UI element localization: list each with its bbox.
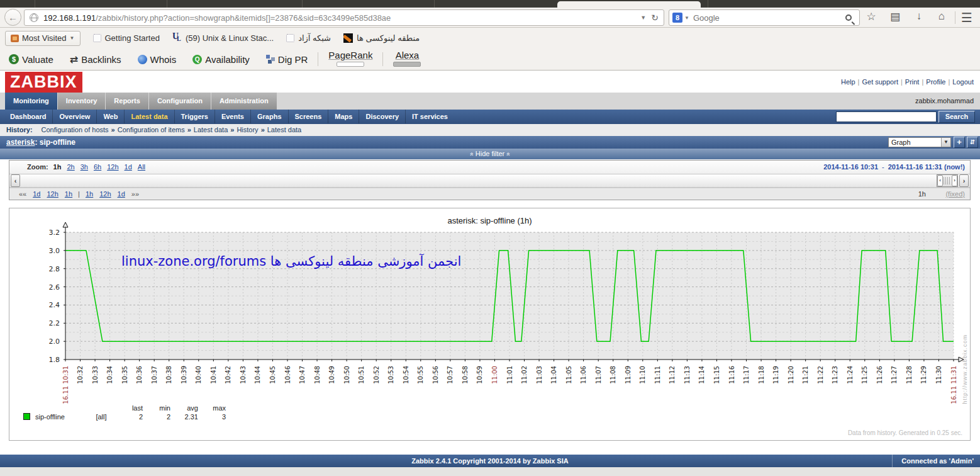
browser-search-bar[interactable]: 8 ▼	[669, 9, 860, 26]
scroll-left-button[interactable]: ‹	[11, 174, 20, 187]
browser-tab-strip[interactable]	[0, 0, 980, 8]
zoom-option-1d[interactable]: 1d	[125, 163, 132, 171]
period-now-link[interactable]: (now!)	[944, 163, 965, 171]
url-dropdown-icon[interactable]: ▼	[640, 14, 646, 21]
seo-alexa[interactable]: Alexa	[393, 50, 421, 67]
subnav-latest-data[interactable]: Latest data	[125, 110, 174, 123]
nav-back-1d[interactable]: 1d	[33, 190, 40, 198]
x-tick-label: 11:24	[847, 366, 854, 384]
browser-window: ← 192.168.1.191/zabbix/history.php?actio…	[0, 0, 980, 476]
subnav-it-services[interactable]: IT services	[406, 110, 454, 123]
nav-fwd-12h[interactable]: 12h	[99, 190, 111, 198]
header-link-help[interactable]: Help	[841, 78, 855, 86]
breadcrumb-link[interactable]: History	[237, 126, 258, 133]
subnav-triggers[interactable]: Triggers	[175, 110, 215, 123]
nav-fwd-1h[interactable]: 1h	[86, 190, 93, 198]
header-link-print[interactable]: Print	[905, 78, 920, 86]
nav-fwd-1d[interactable]: 1d	[118, 190, 125, 198]
x-tick-label: 10:46	[284, 366, 291, 384]
subnav-maps[interactable]: Maps	[328, 110, 359, 123]
x-tick-label: 16.11 11:31	[950, 366, 957, 404]
zoom-option-6h[interactable]: 6h	[94, 163, 101, 171]
handle-right-arrow-icon[interactable]: ›	[952, 175, 957, 186]
engine-dropdown-icon[interactable]: ▼	[684, 15, 689, 21]
menu-hamburger-icon[interactable]: ☰	[959, 10, 975, 25]
period-start-link[interactable]: 2014-11-16 10:31	[823, 163, 878, 171]
seo-valuate[interactable]: $ Valuate	[9, 54, 53, 65]
browser-navbar: ← 192.168.1.191/zabbix/history.php?actio…	[0, 8, 980, 28]
tab-administration[interactable]: Administration	[211, 93, 277, 110]
bookmarks-menu-icon[interactable]: ▤	[887, 10, 903, 23]
bookmark-getting-started[interactable]: Getting Started	[93, 33, 160, 43]
x-tick-label: 10:59	[476, 366, 483, 384]
seo-backlinks[interactable]: ⇄ Backlinks	[70, 54, 121, 65]
bookmark-star-icon[interactable]: ☆	[863, 10, 879, 23]
tab-monitoring[interactable]: Monitoring	[5, 93, 57, 110]
zoom-option-all[interactable]: All	[138, 163, 145, 171]
scroll-right-button[interactable]: ›	[959, 174, 969, 187]
bookmark-linux-zone[interactable]: منطقه لینوکسی ها	[343, 33, 420, 43]
add-button[interactable]: +	[954, 137, 965, 148]
url-bar[interactable]: 192.168.1.191/zabbix/history.php?action=…	[24, 9, 664, 26]
tab-inventory[interactable]: Inventory	[58, 93, 106, 110]
seo-whois[interactable]: Whois	[138, 54, 177, 65]
breadcrumb-link[interactable]: Latest data	[267, 126, 301, 133]
header-link-profile[interactable]: Profile	[926, 78, 945, 86]
tab-configuration[interactable]: Configuration	[149, 93, 211, 110]
period-end-link[interactable]: 2014-11-16 11:31	[888, 163, 942, 171]
header-link-logout[interactable]: Logout	[952, 78, 974, 86]
bookmark-most-visited[interactable]: Most Visited ▼	[5, 31, 81, 46]
zoom-label: Zoom:	[27, 163, 48, 171]
subnav-web[interactable]: Web	[97, 110, 125, 123]
active-browser-tab[interactable]	[557, 1, 701, 8]
tab-reports[interactable]: Reports	[106, 93, 148, 110]
globe-icon	[138, 55, 147, 64]
x-tick-label: 10:34	[106, 366, 113, 384]
handle-grip[interactable]	[944, 177, 951, 184]
home-icon[interactable]: ⌂	[933, 10, 950, 23]
nav-back-12h[interactable]: 12h	[47, 190, 58, 198]
x-tick-label: 11:12	[669, 366, 676, 384]
subnav-screens[interactable]: Screens	[289, 110, 329, 123]
graph-view-select[interactable]: Graph ▼	[888, 137, 951, 147]
breadcrumb-prefix: History:	[6, 126, 33, 133]
seo-digpr[interactable]: Dig PR	[266, 54, 308, 65]
legend-col-max: max	[199, 404, 227, 412]
hide-filter-bar[interactable]: » Hide filter »	[0, 149, 980, 159]
seo-availability[interactable]: Q Availability	[192, 54, 250, 65]
bookmark-shabake-azad[interactable]: شبکه آزاد	[286, 33, 331, 43]
fullscreen-button[interactable]: ⇵	[967, 137, 978, 148]
breadcrumb-link[interactable]: Configuration of hosts	[42, 126, 109, 133]
host-link[interactable]: asterisk	[6, 138, 35, 147]
header-link-get-support[interactable]: Get support	[862, 78, 898, 86]
search-button[interactable]: Search	[938, 111, 975, 123]
zoom-option-3h[interactable]: 3h	[81, 163, 88, 171]
x-tick-label: 11:11	[654, 366, 661, 384]
downloads-icon[interactable]: ↓	[911, 10, 927, 23]
google-engine-icon[interactable]: 8	[672, 13, 682, 23]
legend-series-name: sip-offline	[22, 412, 86, 421]
subnav-dashboard[interactable]: Dashboard	[4, 110, 53, 123]
bookmark-unix-linux[interactable]: UL (59) Unix & Linux Stac...	[172, 33, 274, 43]
nav-back-1h[interactable]: 1h	[65, 190, 72, 198]
breadcrumb-link[interactable]: Configuration of items	[118, 126, 185, 133]
zabbix-search-input[interactable]	[836, 111, 937, 122]
reload-icon[interactable]: ↻	[651, 13, 659, 23]
subnav-graphs[interactable]: Graphs	[251, 110, 289, 123]
tab-separator	[35, 0, 35, 8]
back-button[interactable]: ←	[4, 9, 21, 26]
fixed-toggle-link[interactable]: (fixed)	[945, 188, 965, 200]
seo-pagerank[interactable]: PageRank	[328, 50, 372, 67]
site-identity-globe-icon[interactable]	[30, 13, 38, 22]
scrollbar-handle[interactable]: ‹ ›	[937, 174, 958, 187]
browser-search-input[interactable]	[693, 13, 845, 23]
search-magnifier-icon[interactable]	[845, 14, 852, 21]
sub-menu: DashboardOverviewWebLatest dataTriggersE…	[0, 110, 980, 124]
subnav-discovery[interactable]: Discovery	[359, 110, 406, 123]
zoom-option-12h[interactable]: 12h	[107, 163, 118, 171]
subnav-overview[interactable]: Overview	[53, 110, 97, 123]
handle-left-arrow-icon[interactable]: ‹	[937, 175, 943, 186]
subnav-events[interactable]: Events	[215, 110, 251, 123]
breadcrumb-link[interactable]: Latest data	[194, 126, 228, 133]
zoom-option-2h[interactable]: 2h	[67, 163, 74, 171]
